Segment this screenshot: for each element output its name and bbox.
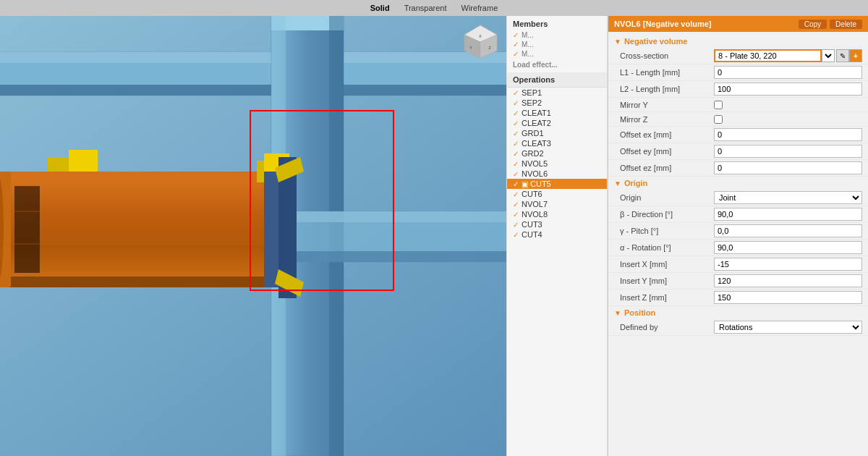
- ops-label-nvol7: NVOL7: [522, 200, 548, 208]
- negative-volume-section[interactable]: ▼ Negative volume: [608, 35, 868, 48]
- defined-by-select[interactable]: Rotations: [714, 321, 862, 334]
- check-icon-cleat3: ✓: [513, 140, 519, 148]
- insert-y-input[interactable]: [714, 274, 862, 287]
- ops-item-cleat3[interactable]: ✓CLEAT3: [507, 138, 607, 148]
- check-icon-3: ✓: [513, 50, 519, 58]
- svg-marker-3: [0, 85, 506, 96]
- origin-section[interactable]: ▼ Origin: [608, 177, 868, 190]
- cross-section-add-btn[interactable]: +: [849, 49, 862, 62]
- mirror-y-checkbox[interactable]: [714, 101, 723, 109]
- ops-item-cleat1[interactable]: ✓CLEAT1: [507, 108, 607, 118]
- svg-marker-14: [0, 172, 271, 182]
- navigation-cube[interactable]: X Y Z: [461, 22, 501, 62]
- offset-ex-input[interactable]: [714, 128, 862, 141]
- ops-item-sep1[interactable]: ✓SEP1: [507, 88, 607, 98]
- offset-ey-input[interactable]: [714, 145, 862, 158]
- ops-label-grd2: GRD2: [522, 149, 544, 158]
- copy-button[interactable]: Copy: [799, 20, 827, 29]
- check-icon-cleat2: ✓: [513, 119, 519, 127]
- ops-label-cut6: CUT6: [522, 190, 542, 198]
- ops-item-nvol7[interactable]: ✓NVOL7: [507, 199, 607, 209]
- l2-length-input[interactable]: [714, 83, 862, 96]
- svg-marker-2: [0, 52, 506, 63]
- gamma-pitch-label: γ - Pitch [°]: [620, 227, 714, 235]
- member-item-1[interactable]: ✓ M...: [507, 30, 607, 40]
- origin-title: Origin: [624, 179, 647, 187]
- view-transparent[interactable]: Transparent: [404, 4, 447, 12]
- panel-header: NVOL6 [Negative volume] Copy Delete: [608, 16, 868, 32]
- ops-item-nvol8[interactable]: ✓NVOL8: [507, 209, 607, 219]
- ops-item-grd1[interactable]: ✓GRD1: [507, 128, 607, 138]
- offset-ey-label: Offset ey [mm]: [620, 147, 714, 156]
- ops-label-nvol5: NVOL5: [522, 159, 548, 168]
- l1-length-input[interactable]: [714, 66, 862, 79]
- insert-x-input[interactable]: [714, 258, 862, 271]
- ops-label-sep1: SEP1: [522, 88, 542, 97]
- ops-item-nvol6[interactable]: ✓NVOL6: [507, 169, 607, 179]
- ops-label-cut5: CUT5: [530, 180, 551, 188]
- ops-label-cleat2: CLEAT2: [522, 119, 551, 127]
- view-solid[interactable]: Solid: [370, 4, 390, 12]
- ops-label-cut4: CUT4: [522, 230, 542, 239]
- topbar: Solid Transparent Wireframe: [0, 0, 868, 16]
- active-icon-cut5: ▣: [522, 180, 528, 188]
- insert-x-row: Insert X [mm]: [608, 256, 868, 273]
- offset-ez-input[interactable]: [714, 161, 862, 174]
- ops-item-cleat2[interactable]: ✓CLEAT2: [507, 118, 607, 128]
- ops-item-cut3[interactable]: ✓CUT3: [507, 219, 607, 229]
- 3d-scene: [0, 16, 506, 456]
- insert-z-input[interactable]: [714, 291, 862, 304]
- alpha-rotation-input[interactable]: [714, 241, 862, 254]
- check-icon-1: ✓: [513, 31, 519, 39]
- member-item-2[interactable]: ✓ M...: [507, 40, 607, 49]
- mirror-z-checkbox[interactable]: [714, 115, 723, 124]
- ops-label-nvol8: NVOL8: [522, 210, 548, 219]
- member-label-1: M...: [522, 31, 534, 39]
- members-header: Members: [507, 17, 607, 30]
- arrow-icon-nv: ▼: [614, 38, 621, 46]
- check-icon-nvol5: ✓: [513, 160, 519, 168]
- load-effects-header: Load effect...: [507, 59, 607, 71]
- operations-header: Operations: [507, 72, 607, 88]
- ops-label-nvol6: NVOL6: [522, 169, 548, 178]
- gamma-pitch-input[interactable]: [714, 224, 862, 237]
- offset-ex-label: Offset ex [mm]: [620, 130, 714, 139]
- properties-panel: NVOL6 [Negative volume] Copy Delete ▼ Ne…: [608, 16, 868, 456]
- ops-item-sep2[interactable]: ✓SEP2: [507, 98, 607, 108]
- member-label-3: M...: [522, 50, 534, 58]
- beta-direction-label: β - Direction [°]: [620, 210, 714, 219]
- insert-y-label: Insert Y [mm]: [620, 276, 714, 285]
- cross-section-value: 8 - Plate 30, 220: [714, 49, 822, 62]
- ops-item-cut4[interactable]: ✓CUT4: [507, 229, 607, 240]
- alpha-rotation-row: α - Rotation [°]: [608, 240, 868, 256]
- cross-section-edit-btn[interactable]: ✎: [836, 49, 849, 62]
- properties-content: ▼ Negative volume Cross-section 8 - Plat…: [608, 32, 868, 456]
- viewport-3d[interactable]: X Y Z: [0, 16, 506, 456]
- operations-sidebar: Members ✓ M... ✓ M... ✓ M...: [506, 16, 608, 456]
- check-icon-nvol6: ✓: [513, 170, 519, 178]
- check-icon-cut5: ✓: [513, 180, 519, 188]
- ops-label-sep2: SEP2: [522, 98, 542, 107]
- l2-length-row: L2 - Length [mm]: [608, 81, 868, 98]
- cross-section-dropdown[interactable]: ▼: [822, 49, 835, 62]
- arrow-icon-pos: ▼: [614, 309, 621, 317]
- ops-item-grd2[interactable]: ✓GRD2: [507, 148, 607, 159]
- origin-select[interactable]: Joint: [714, 191, 862, 204]
- check-icon-cut3: ✓: [513, 221, 519, 229]
- check-icon-2: ✓: [513, 41, 519, 48]
- ops-item-cut5[interactable]: ✓▣CUT5: [507, 179, 607, 189]
- ops-item-cut6[interactable]: ✓CUT6: [507, 189, 607, 199]
- svg-text:Z: Z: [488, 46, 490, 50]
- view-wireframe[interactable]: Wireframe: [461, 4, 498, 12]
- mirror-y-label: Mirror Y: [620, 101, 714, 109]
- beta-direction-input[interactable]: [714, 208, 862, 221]
- delete-button[interactable]: Delete: [830, 20, 862, 29]
- member-item-3[interactable]: ✓ M...: [507, 49, 607, 59]
- check-icon-nvol8: ✓: [513, 211, 519, 219]
- check-icon-cleat1: ✓: [513, 109, 519, 117]
- position-section[interactable]: ▼ Position: [608, 306, 868, 319]
- check-icon-sep1: ✓: [513, 89, 519, 97]
- ops-item-nvol5[interactable]: ✓NVOL5: [507, 159, 607, 169]
- alpha-rotation-label: α - Rotation [°]: [620, 243, 714, 252]
- mirror-z-row: Mirror Z: [608, 112, 868, 127]
